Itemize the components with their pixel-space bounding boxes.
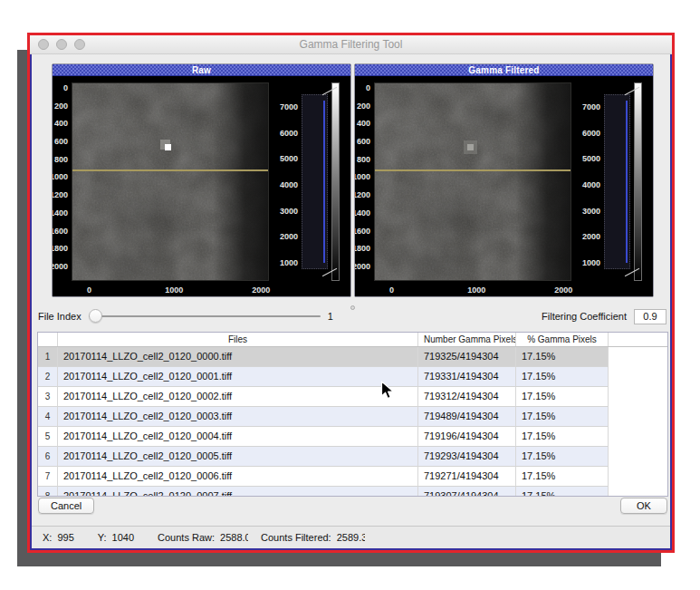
axis-tick-label: 4000: [280, 180, 298, 189]
row-index-cell: 1: [38, 347, 58, 367]
filtering-coefficient-input[interactable]: [634, 309, 666, 324]
gamma-pixels-cell: 719489/4194304: [418, 407, 516, 427]
axis-tick-label: 2000: [280, 232, 298, 241]
zoom-button[interactable]: [74, 39, 85, 50]
window-titlebar[interactable]: Gamma Filtering Tool: [30, 35, 672, 54]
axis-tick-label: 4000: [582, 180, 600, 189]
traffic-lights: [38, 39, 85, 50]
y-axis-ticks: 0200400600800100012001400160018002000: [355, 82, 372, 281]
scale-marker-line: [626, 101, 628, 264]
percent-gamma-cell: 17.15%: [516, 467, 609, 487]
file-name-cell: 20170114_LLZO_cell2_0120_0002.tiff: [58, 387, 418, 407]
axis-tick-label: 5000: [582, 154, 600, 163]
raw-plot: 0200400600800100012001400160018002000 01…: [53, 77, 350, 296]
axis-tick-label: 5000: [280, 154, 298, 163]
row-index-cell: 2: [38, 367, 58, 387]
axis-tick-label: 1000: [467, 285, 485, 295]
row-index-cell: 3: [38, 387, 58, 407]
header-percent-gamma-pixels: % Gamma Pixels: [516, 333, 609, 346]
axis-tick-label: 1800: [52, 244, 68, 253]
gray-colorbar[interactable]: [634, 82, 642, 281]
image-dark-band: [72, 83, 268, 280]
raw-image[interactable]: [72, 82, 269, 281]
filtered-plot: 0200400600800100012001400160018002000 01…: [355, 77, 653, 296]
gray-colorbar[interactable]: [331, 82, 340, 281]
filtering-coefficient-label: Filtering Coefficient: [542, 311, 627, 322]
minimize-button[interactable]: [56, 39, 67, 50]
table-row[interactable]: 120170114_LLZO_cell2_0120_0000.tiff71932…: [38, 347, 667, 367]
table-row[interactable]: 320170114_LLZO_cell2_0120_0002.tiff71931…: [38, 387, 667, 407]
status-y-label: Y:: [98, 532, 107, 543]
ok-button[interactable]: OK: [620, 498, 667, 514]
status-bar: X: 995 Y: 1040 Counts Raw: 2588.0 Counts…: [32, 526, 670, 548]
axis-tick-label: 1000: [280, 258, 298, 267]
filtered-image[interactable]: [374, 82, 571, 281]
slider-track[interactable]: [89, 315, 321, 317]
intensity-scale-ticks: 7000600050004000300020001000: [573, 82, 602, 281]
file-name-cell: 20170114_LLZO_cell2_0120_0005.tiff: [58, 447, 418, 467]
header-filler: [609, 333, 667, 346]
status-counts-raw-label: Counts Raw:: [158, 532, 215, 543]
filler-cell: [609, 487, 667, 497]
table-row[interactable]: 820170114_LLZO_cell2_0120_0007.tiff71930…: [38, 487, 667, 497]
file-name-cell: 20170114_LLZO_cell2_0120_0001.tiff: [58, 367, 418, 387]
file-index-slider[interactable]: [89, 309, 321, 324]
header-files: Files: [58, 333, 418, 346]
table-row[interactable]: 520170114_LLZO_cell2_0120_0004.tiff71919…: [38, 427, 667, 447]
axis-tick-label: 1000: [52, 172, 68, 181]
status-counts-raw-value: 2588.0: [220, 532, 248, 543]
row-index-cell: 6: [38, 447, 58, 467]
mouse-cursor-icon: [380, 381, 396, 405]
status-x-label: X:: [43, 532, 52, 543]
status-counts-filtered-value: 2589.3: [337, 532, 365, 543]
slider-thumb[interactable]: [89, 309, 102, 323]
file-name-cell: 20170114_LLZO_cell2_0120_0006.tiff: [58, 467, 418, 487]
axis-tick-label: 1000: [582, 258, 600, 267]
percent-gamma-cell: 17.15%: [516, 427, 609, 447]
axis-tick-label: 6000: [280, 129, 298, 138]
axis-tick-label: 0: [389, 285, 394, 295]
axis-tick-label: 2000: [554, 285, 572, 295]
axis-tick-label: 7000: [582, 102, 600, 111]
intensity-scale[interactable]: [604, 82, 642, 281]
axis-tick-label: 2000: [52, 262, 68, 271]
gamma-pixels-cell: 719293/4194304: [418, 447, 516, 467]
filler-cell: [609, 367, 667, 387]
header-number-gamma-pixels: Number Gamma Pixels: [418, 333, 516, 346]
status-y-value: 1040: [112, 532, 134, 543]
file-name-cell: 20170114_LLZO_cell2_0120_0000.tiff: [58, 347, 418, 367]
table-row[interactable]: 420170114_LLZO_cell2_0120_0003.tiff71948…: [38, 407, 667, 427]
percent-gamma-cell: 17.15%: [516, 347, 609, 367]
x-axis-ticks: 010002000: [374, 283, 571, 295]
table-row[interactable]: 620170114_LLZO_cell2_0120_0005.tiff71929…: [38, 447, 667, 467]
table-body: 120170114_LLZO_cell2_0120_0000.tiff71932…: [38, 347, 667, 497]
file-name-cell: 20170114_LLZO_cell2_0120_0004.tiff: [58, 427, 418, 447]
filler-cell: [609, 447, 667, 467]
axis-tick-label: 1800: [354, 244, 370, 253]
close-button[interactable]: [38, 39, 49, 50]
status-counts-filtered-label: Counts Filtered:: [261, 532, 331, 543]
header-index-cell: [38, 333, 58, 346]
gamma-pixels-cell: 719196/4194304: [418, 427, 516, 447]
cancel-button[interactable]: Cancel: [38, 498, 94, 514]
axis-tick-label: 0: [87, 285, 91, 295]
axis-tick-label: 200: [357, 102, 370, 111]
table-row[interactable]: 220170114_LLZO_cell2_0120_0001.tiff71933…: [38, 367, 667, 387]
files-table[interactable]: Files Number Gamma Pixels % Gamma Pixels…: [37, 332, 668, 497]
raw-panel-title: Raw: [53, 64, 350, 76]
axis-tick-label: 1400: [52, 208, 68, 218]
filler-cell: [609, 427, 667, 447]
table-header-row: Files Number Gamma Pixels % Gamma Pixels: [38, 333, 667, 347]
filler-cell: [609, 407, 667, 427]
intensity-scale[interactable]: [302, 82, 340, 281]
raw-image-panel: Raw 020040060080010001200140016001800200…: [52, 63, 351, 297]
gamma-pixels-cell: 719307/4194304: [418, 487, 516, 497]
gamma-pixels-cell: 719325/4194304: [418, 347, 516, 367]
y-axis-ticks: 0200400600800100012001400160018002000: [53, 82, 70, 281]
table-row[interactable]: 720170114_LLZO_cell2_0120_0006.tiff71927…: [38, 467, 667, 487]
axis-tick-label: 7000: [280, 102, 298, 111]
row-index-cell: 5: [38, 427, 58, 447]
line-profile-cursor[interactable]: [72, 169, 268, 171]
line-profile-cursor[interactable]: [375, 169, 571, 171]
axis-tick-label: 600: [54, 137, 68, 146]
